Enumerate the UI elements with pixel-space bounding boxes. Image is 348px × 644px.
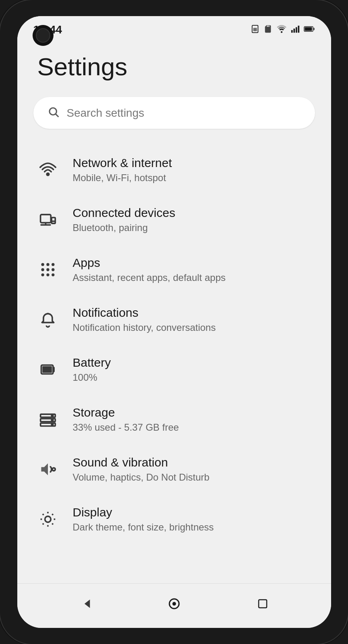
svg-line-43	[42, 514, 43, 515]
storage-subtitle: 33% used - 5.37 GB free	[73, 422, 179, 433]
battery-status-icon	[304, 25, 315, 35]
display-text: Display Dark theme, font size, brightnes…	[73, 506, 214, 533]
svg-point-20	[51, 263, 54, 266]
main-content: Settings Search settings	[17, 40, 331, 583]
svg-line-44	[52, 523, 53, 524]
connected-devices-subtitle: Bluetooth, pairing	[73, 222, 175, 233]
svg-rect-4	[293, 29, 295, 33]
svg-rect-13	[40, 215, 51, 223]
battery-title: Battery	[73, 356, 111, 369]
svg-point-38	[45, 516, 51, 522]
svg-point-37	[52, 468, 55, 471]
svg-point-25	[46, 273, 49, 276]
svg-point-21	[41, 268, 44, 271]
svg-point-24	[41, 273, 44, 276]
sound-subtitle: Volume, haptics, Do Not Disturb	[73, 472, 210, 483]
status-bar: 12:44	[17, 16, 331, 40]
svg-line-45	[42, 523, 43, 524]
display-title: Display	[73, 506, 214, 519]
signal-icon	[291, 25, 300, 35]
settings-item-connected-devices[interactable]: Connected devices Bluetooth, pairing	[17, 195, 331, 245]
settings-item-network[interactable]: Network & internet Mobile, Wi-Fi, hotspo…	[17, 145, 331, 195]
search-bar[interactable]: Search settings	[33, 97, 315, 129]
phone-screen: 12:44	[17, 16, 331, 628]
camera-lens	[36, 28, 50, 43]
svg-point-49	[172, 602, 176, 606]
back-button[interactable]	[74, 592, 98, 616]
notifications-text: Notifications Notification history, conv…	[73, 306, 216, 333]
sound-text: Sound & vibration Volume, haptics, Do No…	[73, 456, 210, 483]
settings-item-display[interactable]: Display Dark theme, font size, brightnes…	[17, 494, 331, 544]
storage-title: Storage	[73, 406, 179, 419]
svg-point-12	[47, 173, 49, 175]
front-camera	[33, 25, 54, 46]
sim-icon	[251, 25, 259, 35]
svg-point-26	[51, 273, 54, 276]
svg-line-11	[56, 114, 58, 117]
network-subtitle: Mobile, Wi-Fi, hotspot	[73, 172, 172, 184]
settings-list: Network & internet Mobile, Wi-Fi, hotspo…	[17, 145, 331, 544]
svg-point-33	[51, 415, 53, 417]
notifications-subtitle: Notification history, conversations	[73, 322, 216, 333]
battery-text: Battery 100%	[73, 356, 111, 383]
home-button[interactable]	[162, 592, 186, 616]
network-title: Network & internet	[73, 156, 172, 170]
search-placeholder: Search settings	[67, 107, 144, 120]
status-icons	[251, 25, 315, 35]
settings-item-storage[interactable]: Storage 33% used - 5.37 GB free	[17, 394, 331, 444]
svg-rect-5	[295, 27, 297, 33]
display-icon	[37, 509, 58, 530]
svg-line-46	[52, 514, 53, 515]
svg-point-22	[46, 268, 49, 271]
devices-icon	[37, 209, 58, 230]
notifications-icon	[37, 309, 58, 330]
connected-devices-title: Connected devices	[73, 206, 175, 220]
svg-point-10	[49, 108, 57, 115]
wifi-status-icon	[276, 25, 287, 35]
phone-frame: 12:44	[0, 0, 348, 644]
svg-point-23	[51, 268, 54, 271]
svg-marker-36	[41, 463, 48, 475]
storage-icon	[37, 409, 58, 430]
page-title: Settings	[17, 44, 331, 93]
network-text: Network & internet Mobile, Wi-Fi, hotspo…	[73, 156, 172, 184]
settings-item-notifications[interactable]: Notifications Notification history, conv…	[17, 295, 331, 345]
apps-title: Apps	[73, 256, 226, 270]
sound-icon	[37, 459, 58, 480]
battery-icon	[37, 359, 58, 380]
svg-point-35	[51, 424, 53, 425]
svg-rect-29	[42, 366, 52, 373]
apps-icon	[37, 259, 58, 280]
search-icon	[47, 106, 60, 120]
svg-point-34	[51, 419, 53, 421]
sound-title: Sound & vibration	[73, 456, 210, 469]
settings-item-sound[interactable]: Sound & vibration Volume, haptics, Do No…	[17, 444, 331, 494]
apps-text: Apps Assistant, recent apps, default app…	[73, 256, 226, 283]
svg-rect-50	[259, 600, 267, 608]
apps-subtitle: Assistant, recent apps, default apps	[73, 272, 226, 283]
svg-point-19	[46, 263, 49, 266]
svg-rect-1	[253, 28, 257, 31]
sd-card-icon	[264, 25, 272, 35]
svg-point-18	[41, 263, 44, 266]
svg-rect-9	[313, 28, 315, 30]
battery-subtitle: 100%	[73, 372, 111, 383]
settings-item-apps[interactable]: Apps Assistant, recent apps, default app…	[17, 245, 331, 295]
storage-text: Storage 33% used - 5.37 GB free	[73, 406, 179, 433]
svg-rect-6	[298, 25, 299, 32]
svg-marker-47	[84, 600, 90, 608]
recents-button[interactable]	[251, 592, 275, 616]
display-subtitle: Dark theme, font size, brightness	[73, 522, 214, 533]
svg-rect-3	[291, 30, 292, 32]
navigation-bar	[17, 583, 331, 628]
wifi-icon	[37, 159, 58, 180]
notifications-title: Notifications	[73, 306, 216, 320]
connected-devices-text: Connected devices Bluetooth, pairing	[73, 206, 175, 233]
svg-point-2	[280, 31, 282, 33]
svg-rect-8	[305, 27, 312, 31]
settings-item-battery[interactable]: Battery 100%	[17, 345, 331, 394]
